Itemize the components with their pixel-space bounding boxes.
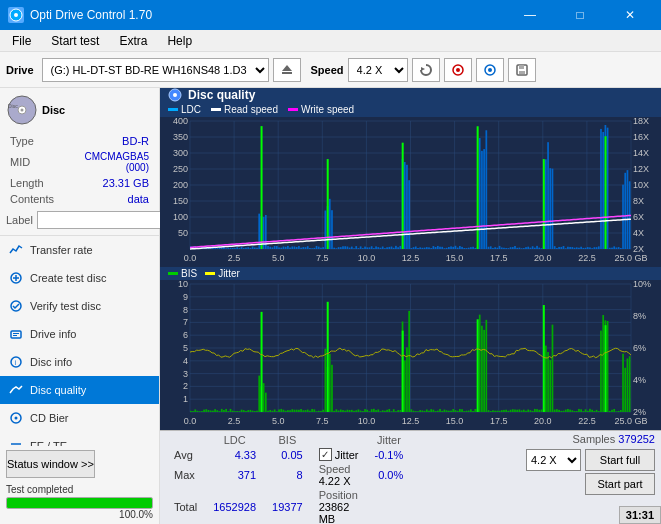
jitter-label: Jitter xyxy=(335,449,359,461)
start-part-button[interactable]: Start part xyxy=(585,473,655,495)
write-button[interactable] xyxy=(444,58,472,82)
svg-rect-22 xyxy=(13,335,17,336)
sidebar-item-disc-info[interactable]: i Disc info xyxy=(0,348,159,376)
sidebar-item-create-test-disc[interactable]: Create test disc xyxy=(0,264,159,292)
jitter-checkbox[interactable]: ✓ xyxy=(319,448,332,461)
verify-test-disc-label: Verify test disc xyxy=(30,300,101,312)
svg-point-8 xyxy=(488,68,492,72)
max-label: Max xyxy=(166,462,205,488)
main-area: Disc Disc Type BD-R MID CMCMAGBA5 (000) … xyxy=(0,88,661,524)
disc-info-label: Disc info xyxy=(30,356,72,368)
total-bis: 19377 xyxy=(264,488,311,524)
read-button[interactable] xyxy=(476,58,504,82)
speed-value: 4.22 X xyxy=(319,475,351,487)
disc-quality-header-icon xyxy=(168,88,182,102)
chart1-wrapper xyxy=(160,117,661,267)
menu-help[interactable]: Help xyxy=(159,32,200,50)
bis-legend-dot xyxy=(168,272,178,275)
jitter-legend-label: Jitter xyxy=(218,268,240,279)
drive-label: Drive xyxy=(6,64,34,76)
svg-rect-3 xyxy=(282,72,292,74)
svg-text:Disc: Disc xyxy=(8,103,18,109)
menu-file[interactable]: File xyxy=(4,32,39,50)
total-ldc: 1652928 xyxy=(205,488,264,524)
create-test-disc-label: Create test disc xyxy=(30,272,106,284)
svg-marker-4 xyxy=(421,67,425,71)
svg-point-34 xyxy=(173,93,177,97)
content-area: Disc quality LDC Read speed Write speed xyxy=(160,88,661,524)
contents-label: Contents xyxy=(8,192,56,206)
time-display: 31:31 xyxy=(619,506,661,524)
title-bar: Opti Drive Control 1.70 — □ ✕ xyxy=(0,0,661,30)
bis-chart xyxy=(160,280,661,430)
chart2-wrapper xyxy=(160,280,661,430)
sidebar-item-fe-te[interactable]: FE / TE xyxy=(0,432,159,446)
bis-legend-label: BIS xyxy=(181,268,197,279)
maximize-button[interactable]: □ xyxy=(557,0,603,30)
close-button[interactable]: ✕ xyxy=(607,0,653,30)
stats-panel: LDC BIS Jitter Avg 4.33 0.05 ✓ xyxy=(160,430,661,524)
max-jitter: 0.0% xyxy=(367,462,412,488)
svg-point-26 xyxy=(15,417,18,420)
speed-control-row: 4.2 X Start full xyxy=(526,449,655,471)
contents-value: data xyxy=(58,192,151,206)
eject-button[interactable] xyxy=(273,58,301,82)
label-input[interactable] xyxy=(37,211,170,229)
avg-bis: 0.05 xyxy=(264,447,311,462)
sidebar-item-cd-bier[interactable]: CD Bier xyxy=(0,404,159,432)
stats-table: LDC BIS Jitter Avg 4.33 0.05 ✓ xyxy=(166,433,411,524)
drive-select[interactable]: (G:) HL-DT-ST BD-RE WH16NS48 1.D3 xyxy=(42,58,269,82)
drive-info-label: Drive info xyxy=(30,328,76,340)
start-full-button[interactable]: Start full xyxy=(585,449,655,471)
disc-icon: Disc xyxy=(6,94,38,126)
legend-row-1: LDC Read speed Write speed xyxy=(160,102,661,117)
svg-point-1 xyxy=(14,13,18,17)
cd-bier-label: CD Bier xyxy=(30,412,69,424)
jitter-legend-dot xyxy=(205,272,215,275)
disc-quality-icon xyxy=(8,382,24,398)
samples-value: 379252 xyxy=(618,433,655,445)
ldc-chart xyxy=(160,117,661,267)
sidebar-item-disc-quality[interactable]: Disc quality xyxy=(0,376,159,404)
position-info: Position 23862 MB xyxy=(319,489,359,524)
legend-row-2: BIS Jitter xyxy=(160,267,661,280)
svg-rect-21 xyxy=(13,333,19,334)
sidebar-item-transfer-rate[interactable]: Transfer rate xyxy=(0,236,159,264)
sidebar-item-drive-info[interactable]: Drive info xyxy=(0,320,159,348)
svg-point-14 xyxy=(21,109,24,112)
avg-ldc: 4.33 xyxy=(205,447,264,462)
transfer-rate-label: Transfer rate xyxy=(30,244,93,256)
svg-text:i: i xyxy=(15,359,17,366)
fe-te-icon xyxy=(8,438,24,446)
status-window-button[interactable]: Status window >> xyxy=(6,450,95,478)
speed-select[interactable]: 4.2 X xyxy=(348,58,408,82)
read-speed-legend-dot xyxy=(211,108,221,111)
avg-jitter: -0.1% xyxy=(367,447,412,462)
svg-rect-10 xyxy=(519,65,524,69)
sidebar-item-verify-test-disc[interactable]: Verify test disc xyxy=(0,292,159,320)
speed-label: Speed xyxy=(311,64,344,76)
length-label: Length xyxy=(8,176,56,190)
minimize-button[interactable]: — xyxy=(507,0,553,30)
refresh-button[interactable] xyxy=(412,58,440,82)
total-label: Total xyxy=(166,488,205,524)
disc-quality-label: Disc quality xyxy=(30,384,86,396)
cd-bier-icon xyxy=(8,410,24,426)
menu-bar: File Start test Extra Help xyxy=(0,30,661,52)
jitter-checkbox-container[interactable]: ✓ Jitter xyxy=(319,448,359,461)
save-button[interactable] xyxy=(508,58,536,82)
type-value: BD-R xyxy=(58,134,151,148)
progress-bar-inner xyxy=(7,498,152,508)
max-ldc: 371 xyxy=(205,462,264,488)
status-text: Test completed xyxy=(6,484,153,495)
svg-point-6 xyxy=(456,68,460,72)
speed-info: Speed 4.22 X xyxy=(319,463,359,487)
menu-start-test[interactable]: Start test xyxy=(43,32,107,50)
samples-label: Samples xyxy=(572,433,615,445)
ldc-legend-dot xyxy=(168,108,178,111)
svg-rect-11 xyxy=(519,71,525,74)
status-section: Status window >> Test completed 100.0% xyxy=(0,446,159,524)
menu-extra[interactable]: Extra xyxy=(111,32,155,50)
speed-dropdown[interactable]: 4.2 X xyxy=(526,449,581,471)
progress-bar-outer xyxy=(6,497,153,509)
